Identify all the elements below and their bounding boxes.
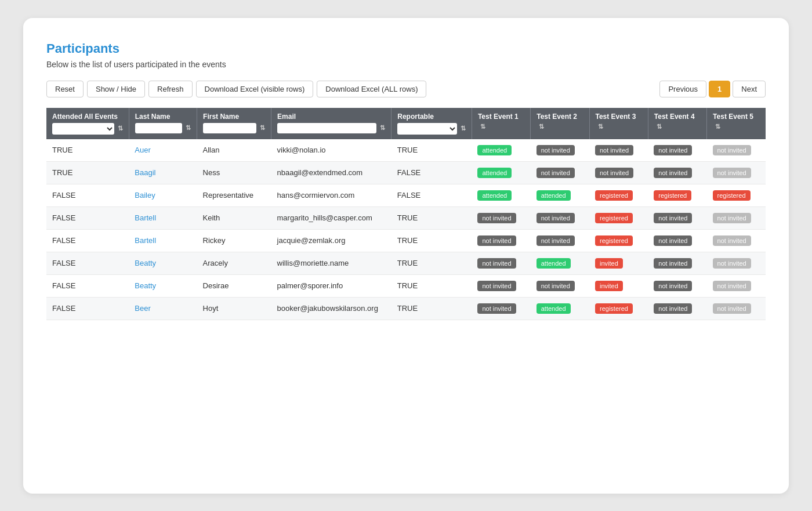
cell-first-name: Hoyt bbox=[197, 297, 271, 320]
previous-button[interactable]: Previous bbox=[659, 81, 706, 97]
cell-last-name: Beatty bbox=[129, 252, 197, 274]
cell-event1: attended bbox=[472, 139, 530, 162]
last-name-link[interactable]: Beatty bbox=[135, 281, 156, 290]
cell-reportable: TRUE bbox=[392, 252, 472, 274]
table-row: TRUE Baagil Ness nbaagil@extendmed.com F… bbox=[46, 161, 766, 184]
cell-event5: not invited bbox=[707, 297, 766, 320]
last-name-link[interactable]: Bailey bbox=[135, 191, 155, 200]
th-attended-all: Attended All Events TRUE FALSE ⇅ bbox=[46, 108, 129, 139]
current-page-button[interactable]: 1 bbox=[709, 81, 730, 97]
cell-first-name: Ness bbox=[197, 161, 271, 184]
badge-event2: not invited bbox=[536, 213, 575, 223]
badge-event1: not invited bbox=[477, 258, 516, 269]
cell-attended-all: FALSE bbox=[46, 229, 129, 252]
cell-last-name: Beatty bbox=[129, 274, 197, 297]
cell-email: vikki@nolan.io bbox=[271, 139, 392, 162]
badge-event5: not invited bbox=[713, 258, 751, 269]
badge-event4: not invited bbox=[654, 235, 692, 246]
email-sort-icon[interactable]: ⇅ bbox=[380, 124, 385, 132]
event3-sort-icon[interactable]: ⇅ bbox=[598, 123, 603, 131]
badge-event5: not invited bbox=[713, 303, 751, 314]
cell-event2: not invited bbox=[531, 161, 589, 184]
attended-all-sort-icon[interactable]: ⇅ bbox=[118, 125, 123, 132]
badge-event4: not invited bbox=[654, 303, 692, 314]
last-name-filter[interactable] bbox=[135, 123, 182, 133]
cell-reportable: TRUE bbox=[392, 206, 472, 229]
cell-event5: registered bbox=[707, 184, 766, 206]
badge-event4: registered bbox=[654, 190, 691, 201]
badge-event2: not invited bbox=[536, 281, 575, 291]
download-all-button[interactable]: Download Excel (ALL rows) bbox=[317, 81, 426, 97]
toolbar: Reset Show / Hide Refresh Download Excel… bbox=[46, 81, 766, 97]
cell-first-name: Desirae bbox=[197, 274, 271, 297]
page-subtitle: Below is the list of users participated … bbox=[46, 60, 766, 69]
reportable-filter[interactable]: TRUE FALSE bbox=[397, 123, 457, 135]
cell-last-name: Baagil bbox=[129, 161, 197, 184]
badge-event4: not invited bbox=[654, 258, 692, 269]
main-card: Participants Below is the list of users … bbox=[23, 18, 789, 494]
last-name-link[interactable]: Beer bbox=[135, 304, 150, 313]
badge-event1: not invited bbox=[477, 213, 516, 223]
cell-last-name: Bailey bbox=[129, 184, 197, 206]
th-event3: Test Event 3 ⇅ bbox=[589, 108, 648, 139]
cell-first-name: Keith bbox=[197, 206, 271, 229]
cell-event5: not invited bbox=[707, 274, 766, 297]
event1-sort-icon[interactable]: ⇅ bbox=[480, 123, 485, 131]
badge-event2: attended bbox=[536, 258, 571, 269]
email-filter[interactable] bbox=[277, 123, 376, 133]
reportable-sort-icon[interactable]: ⇅ bbox=[461, 125, 466, 132]
badge-event5: not invited bbox=[713, 281, 751, 291]
cell-event1: not invited bbox=[472, 297, 530, 320]
cell-email: nbaagil@extendmed.com bbox=[271, 161, 392, 184]
badge-event3: not invited bbox=[595, 168, 633, 178]
badge-event3: not invited bbox=[595, 145, 633, 155]
cell-event4: not invited bbox=[648, 161, 706, 184]
first-name-sort-icon[interactable]: ⇅ bbox=[260, 124, 265, 132]
pagination: Previous 1 Next bbox=[659, 81, 766, 97]
badge-event4: not invited bbox=[654, 145, 692, 155]
last-name-link[interactable]: Bartell bbox=[135, 213, 156, 222]
show-hide-button[interactable]: Show / Hide bbox=[87, 81, 145, 97]
last-name-link[interactable]: Beatty bbox=[135, 259, 156, 267]
cell-reportable: TRUE bbox=[392, 229, 472, 252]
cell-attended-all: TRUE bbox=[46, 139, 129, 162]
cell-event4: not invited bbox=[648, 206, 706, 229]
cell-reportable: TRUE bbox=[392, 274, 472, 297]
reset-button[interactable]: Reset bbox=[46, 81, 84, 97]
cell-reportable: FALSE bbox=[392, 184, 472, 206]
cell-attended-all: FALSE bbox=[46, 184, 129, 206]
last-name-link[interactable]: Bartell bbox=[135, 236, 156, 245]
badge-event3: registered bbox=[595, 190, 633, 201]
event5-sort-icon[interactable]: ⇅ bbox=[715, 123, 720, 131]
badge-event3: registered bbox=[595, 235, 633, 246]
cell-email: jacquie@zemlak.org bbox=[271, 229, 392, 252]
badge-event2: attended bbox=[536, 303, 571, 314]
cell-event4: not invited bbox=[648, 274, 706, 297]
badge-event5: not invited bbox=[713, 235, 751, 246]
download-visible-button[interactable]: Download Excel (visible rows) bbox=[196, 81, 314, 97]
event2-sort-icon[interactable]: ⇅ bbox=[539, 123, 544, 131]
cell-reportable: FALSE bbox=[392, 161, 472, 184]
cell-email: booker@jakubowskilarson.org bbox=[271, 297, 392, 320]
cell-event2: attended bbox=[531, 252, 589, 274]
attended-all-filter[interactable]: TRUE FALSE bbox=[52, 123, 114, 135]
event4-sort-icon[interactable]: ⇅ bbox=[657, 123, 662, 131]
last-name-link[interactable]: Auer bbox=[135, 146, 150, 154]
next-button[interactable]: Next bbox=[733, 81, 766, 97]
refresh-button[interactable]: Refresh bbox=[148, 81, 193, 97]
table-row: FALSE Beatty Aracely willis@moriette.nam… bbox=[46, 252, 766, 274]
badge-event3: invited bbox=[595, 281, 623, 291]
cell-last-name: Beer bbox=[129, 297, 197, 320]
first-name-filter[interactable] bbox=[203, 123, 256, 133]
badge-event1: attended bbox=[477, 145, 512, 155]
last-name-sort-icon[interactable]: ⇅ bbox=[186, 124, 191, 132]
cell-event3: not invited bbox=[589, 139, 648, 162]
cell-event5: not invited bbox=[707, 161, 766, 184]
cell-event1: attended bbox=[472, 184, 530, 206]
badge-event3: invited bbox=[595, 258, 623, 269]
badge-event2: not invited bbox=[536, 235, 575, 246]
cell-event5: not invited bbox=[707, 206, 766, 229]
badge-event3: registered bbox=[595, 213, 633, 223]
cell-event4: not invited bbox=[648, 252, 706, 274]
last-name-link[interactable]: Baagil bbox=[135, 168, 155, 177]
